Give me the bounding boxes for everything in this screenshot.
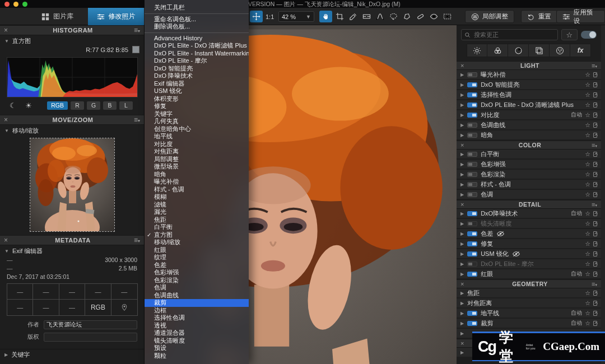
menu-item[interactable]: 移动/缩放	[145, 239, 249, 246]
menu-item[interactable]: Exif 编辑器	[145, 80, 249, 88]
expand-triangle-icon[interactable]: ▶	[460, 272, 464, 277]
expand-triangle-icon[interactable]: ▶	[460, 321, 464, 326]
menu-item[interactable]: 色差	[145, 262, 249, 269]
reset-correction-icon[interactable]	[593, 251, 597, 256]
repair-tool-button[interactable]	[414, 11, 427, 22]
expand-triangle-icon[interactable]: ▶	[460, 92, 464, 97]
reset-correction-icon[interactable]	[593, 231, 597, 236]
menu-item[interactable]: USM 锐化	[145, 87, 249, 95]
channel-button-r[interactable]: R	[71, 101, 84, 110]
expand-triangle-icon[interactable]: ▶	[460, 82, 464, 87]
star-icon[interactable]: ☆	[585, 250, 590, 258]
tab-photo-library[interactable]: 图片库	[34, 8, 81, 25]
menu-item[interactable]: Advanced History	[145, 35, 249, 43]
expand-triangle-icon[interactable]: ▶	[460, 221, 464, 226]
hamburger-menu-icon[interactable]: ≡▾	[592, 201, 597, 208]
polygon-lasso-tool-button[interactable]	[401, 11, 413, 22]
correction-toggle[interactable]	[467, 82, 477, 87]
menu-item[interactable]: 白平衡	[145, 223, 249, 231]
correction-toggle[interactable]	[467, 152, 477, 157]
channel-button-l[interactable]: L	[119, 101, 133, 110]
author-field[interactable]	[44, 320, 137, 329]
tab-edit-photo[interactable]: 修改照片	[88, 8, 144, 25]
star-icon[interactable]: ☆	[585, 91, 590, 99]
correction-toggle[interactable]	[467, 113, 477, 118]
zoom-level-select[interactable]: 42 % ▼	[278, 11, 314, 22]
menu-item[interactable]: 颗粒	[145, 352, 249, 360]
menu-item[interactable]: DxO 降噪技术	[145, 72, 249, 80]
expand-triangle-icon[interactable]: ▶	[460, 291, 464, 296]
hamburger-menu-icon[interactable]: ≡▾	[134, 236, 140, 244]
highlight-clipping-icon[interactable]: ☀	[22, 101, 35, 110]
correction-row[interactable]: ▶镜头清晰度☆	[457, 219, 601, 228]
menu-item[interactable]: DxO 智能提亮	[145, 65, 249, 73]
ratio-1to1-button[interactable]: 1:1	[266, 8, 274, 25]
menu-item[interactable]: 几何失真	[145, 118, 249, 125]
menu-item[interactable]: 裁剪	[145, 299, 249, 307]
correction-row[interactable]: ▶DxO PL Elite - 摩尔☆	[457, 259, 601, 268]
correction-row[interactable]: ▶色彩渲染☆	[457, 170, 601, 179]
correction-toggle[interactable]	[467, 251, 477, 256]
correction-row[interactable]: ▶修复☆	[457, 239, 601, 248]
right-panel-scrollbar[interactable]	[601, 25, 605, 364]
correction-row[interactable]: ▶地平线自动☆	[457, 309, 601, 318]
expand-triangle-icon[interactable]: ▶	[460, 123, 464, 128]
maximize-window-button[interactable]	[22, 2, 27, 7]
reset-correction-icon[interactable]	[593, 311, 597, 316]
star-icon[interactable]: ☆	[585, 132, 590, 139]
reset-correction-icon[interactable]	[593, 272, 597, 277]
tab-detail[interactable]	[508, 44, 529, 57]
minimize-window-button[interactable]	[13, 2, 18, 7]
correction-row[interactable]: ▶USM 锐化☆	[457, 249, 601, 258]
correction-row[interactable]: ▶DxO PL Elite - DxO 清晰滤镜 Plus☆	[457, 100, 601, 109]
reset-correction-icon[interactable]	[593, 82, 597, 87]
show-mask-button[interactable]	[427, 11, 440, 22]
apply-preset-button[interactable]: 应用预设	[556, 10, 605, 23]
favorites-filter-button[interactable]: ☆	[561, 29, 578, 40]
menu-item[interactable]: 对比度	[145, 141, 249, 148]
star-icon[interactable]: ☆	[585, 300, 590, 307]
reset-correction-icon[interactable]	[593, 241, 597, 246]
menu-item[interactable]: 红眼	[145, 246, 249, 254]
menu-item[interactable]: 修复	[145, 102, 249, 110]
hamburger-menu-icon[interactable]: ≡▾	[134, 26, 140, 34]
menu-item[interactable]: 关键字	[145, 110, 249, 118]
reset-correction-icon[interactable]	[593, 113, 597, 118]
movezoom-title-row[interactable]: ▼ 移动/缩放	[0, 126, 144, 135]
expand-triangle-icon[interactable]: ▶	[460, 262, 464, 267]
correction-toggle[interactable]	[467, 162, 477, 167]
expand-triangle-icon[interactable]: ▶	[460, 251, 464, 256]
correction-row[interactable]: ▶色差☆	[457, 229, 601, 238]
crop-tool-button[interactable]	[333, 11, 346, 22]
close-icon[interactable]: ×	[4, 236, 12, 244]
lasso-tool-button[interactable]	[387, 11, 400, 22]
reset-correction-icon[interactable]	[593, 221, 597, 226]
reset-button[interactable]: 重置	[521, 10, 557, 23]
reset-correction-icon[interactable]	[593, 162, 597, 167]
menu-item[interactable]: 样式 - 色调	[145, 186, 249, 194]
histogram-title-row[interactable]: ▼ 直方图	[0, 36, 144, 45]
close-icon[interactable]: ×	[460, 62, 468, 69]
reset-correction-icon[interactable]	[593, 133, 597, 138]
eyedropper-tool-button[interactable]	[347, 11, 360, 22]
hand-tool-button[interactable]	[319, 11, 332, 22]
keywords-row[interactable]: ▶ 关键字	[0, 349, 144, 360]
exif-editor-row[interactable]: ▼ Exif 编辑器	[0, 246, 144, 255]
expand-triangle-icon[interactable]: ▶	[460, 350, 464, 355]
search-box[interactable]	[461, 29, 558, 40]
reset-correction-icon[interactable]	[593, 211, 597, 216]
star-icon[interactable]: ☆	[585, 111, 590, 119]
star-icon[interactable]: ☆	[585, 151, 590, 158]
correction-row[interactable]: ▶色调☆	[457, 190, 601, 199]
star-icon[interactable]: ☆	[585, 181, 590, 188]
menu-item[interactable]: 通道混合器	[145, 329, 249, 337]
correction-row[interactable]: ▶对比度自动☆	[457, 110, 601, 119]
correction-row[interactable]: ▶DxO降噪技术自动☆	[457, 209, 601, 218]
expand-triangle-icon[interactable]: ▶	[460, 301, 464, 306]
spline-tool-button[interactable]	[374, 11, 387, 22]
hamburger-menu-icon[interactable]: ≡▾	[592, 142, 597, 148]
menu-item[interactable]: 微型场景	[145, 163, 249, 171]
menu-item[interactable]: 焦距	[145, 216, 249, 224]
menu-item[interactable]: 创意暗角中心	[145, 125, 249, 133]
eye-off-icon[interactable]	[496, 231, 505, 237]
